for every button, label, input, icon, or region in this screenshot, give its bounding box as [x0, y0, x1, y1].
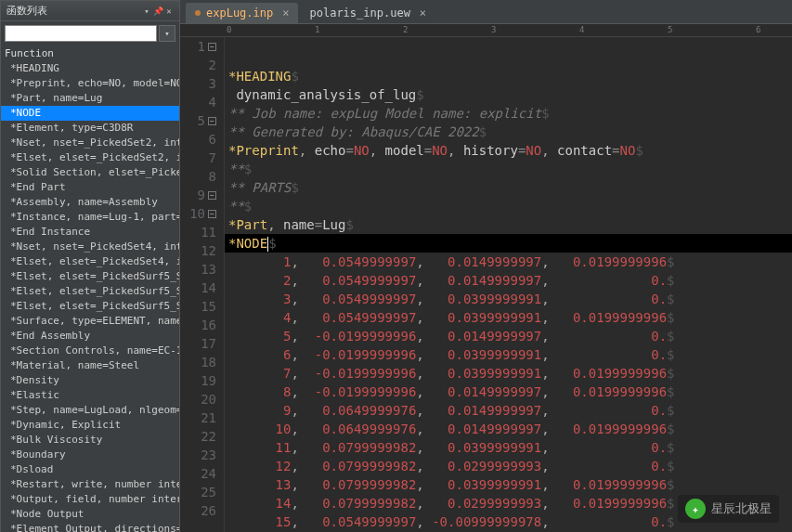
- code-line[interactable]: 12, 0.0799999982, 0.0299999993, 0.$: [225, 457, 792, 475]
- sidebar-title-bar: 函数列表 ▾ 📌 ✕: [1, 1, 179, 21]
- code-line[interactable]: 13, 0.0799999982, 0.0399999991, 0.019999…: [225, 475, 792, 494]
- function-list-item[interactable]: *End Instance: [1, 225, 179, 240]
- pin-icon[interactable]: 📌: [153, 6, 162, 16]
- function-list-item[interactable]: *Boundary: [1, 448, 179, 462]
- function-list-item[interactable]: *Preprint, echo=NO, model=NO, history=: [1, 76, 179, 91]
- close-icon[interactable]: ✕: [164, 6, 174, 16]
- function-list-item[interactable]: *Density: [1, 373, 179, 388]
- tab-bar: expLug.inp×polaris_inp.uew×: [180, 0, 792, 24]
- section-label: Function: [1, 45, 179, 61]
- function-list-item[interactable]: *Nset, nset=_PickedSet2, internal, gener…: [1, 136, 179, 150]
- ruler-mark: 5: [668, 25, 672, 34]
- gutter-line: 18: [180, 353, 216, 371]
- fold-icon[interactable]: −: [208, 210, 216, 218]
- function-list-item[interactable]: *HEADING: [1, 61, 179, 76]
- function-list-item[interactable]: *End Assembly: [1, 329, 179, 344]
- gutter-line: 24: [180, 464, 216, 483]
- function-list-item[interactable]: *Restart, write, number interval=1, time…: [1, 477, 179, 492]
- code-line[interactable]: *Part, name=Lug$: [225, 215, 792, 234]
- code-line[interactable]: 7, -0.0199999996, 0.0399999991, 0.019999…: [225, 364, 792, 383]
- function-list-item[interactable]: *Instance, name=Lug-1, part=Lug: [1, 210, 179, 225]
- gutter-line: 3: [180, 74, 216, 93]
- function-list-item[interactable]: *Surface, type=ELEMENT, name=_Picked: [1, 314, 179, 329]
- function-list-item[interactable]: *Elset, elset=_PickedSet2, internal, gen…: [1, 150, 179, 165]
- function-list-item[interactable]: *Solid Section, elset=_PickedSet2, contr…: [1, 165, 179, 180]
- code-line[interactable]: 3, 0.0549999997, 0.0399999991, 0.$: [225, 290, 792, 308]
- code-line[interactable]: 2, 0.0549999997, 0.0149999997, 0.$: [225, 271, 792, 290]
- gutter-line: 21: [180, 409, 216, 427]
- tab-label: expLug.inp: [206, 6, 273, 19]
- code-line[interactable]: 9, 0.0649999976, 0.0149999997, 0.$: [225, 401, 792, 420]
- fold-icon[interactable]: −: [208, 117, 216, 125]
- function-list-item[interactable]: *Bulk Viscosity: [1, 433, 179, 448]
- search-input[interactable]: [5, 25, 157, 42]
- gutter-line: 20: [180, 390, 216, 409]
- function-list-item[interactable]: *Node Output: [1, 507, 179, 522]
- code-line[interactable]: 8, -0.0199999996, 0.0149999997, 0.019999…: [225, 383, 792, 401]
- code-line[interactable]: 6, -0.0199999996, 0.0399999991, 0.$: [225, 345, 792, 364]
- function-list-item[interactable]: *Elset, elset=_PickedSurf5_S4, internal,…: [1, 284, 179, 299]
- ruler-mark: 4: [579, 25, 584, 34]
- function-list-item[interactable]: *Elset, elset=_PickedSet4, internal, ins…: [1, 254, 179, 269]
- gutter-line: 8: [180, 167, 216, 186]
- search-row: ▾: [1, 21, 179, 45]
- function-list-item[interactable]: *Dynamic, Explicit: [1, 418, 179, 433]
- code-editor[interactable]: 1−2345−6789−10−1112131415161718192021222…: [180, 37, 792, 532]
- editor-tab[interactable]: expLug.inp×: [186, 3, 298, 23]
- function-list-item[interactable]: *Elset, elset=_PickedSurf5_S2, internal,…: [1, 299, 179, 314]
- function-list-item[interactable]: *Dsload: [1, 462, 179, 477]
- code-line[interactable]: *NODE$: [225, 234, 792, 253]
- code-line[interactable]: ** Job name: expLug Model name: explicit…: [225, 104, 792, 123]
- gutter-line: 15: [180, 297, 216, 316]
- gutter-line: 10−: [180, 204, 216, 223]
- function-list-item[interactable]: *Nset, nset=_PickedSet4, internal, insta…: [1, 240, 179, 254]
- tab-label: polaris_inp.uew: [309, 6, 409, 19]
- function-list-item[interactable]: *Assembly, name=Assembly: [1, 195, 179, 210]
- function-list-item[interactable]: *Elset, elset=_PickedSurf5_S3, internal,…: [1, 269, 179, 284]
- code-line[interactable]: **$: [225, 197, 792, 215]
- gutter-line: 16: [180, 316, 216, 334]
- code-line[interactable]: 1, 0.0549999997, 0.0149999997, 0.0199999…: [225, 253, 792, 271]
- sidebar-title: 函数列表: [6, 4, 47, 18]
- function-list-item[interactable]: *Part, name=Lug: [1, 91, 179, 106]
- code-line[interactable]: ** PARTS$: [225, 178, 792, 197]
- function-list[interactable]: *HEADING*Preprint, echo=NO, model=NO, hi…: [1, 61, 179, 532]
- ruler-mark: 3: [491, 25, 496, 34]
- gutter-line: 1−: [180, 37, 216, 56]
- editor-area: expLug.inp×polaris_inp.uew× 0123456 1−23…: [180, 0, 792, 532]
- ruler-mark: 6: [756, 25, 760, 34]
- function-list-item[interactable]: *Section Controls, name=EC-1, hourglass: [1, 344, 179, 358]
- function-list-item[interactable]: *Element, type=C3D8R: [1, 121, 179, 136]
- code-line[interactable]: 11, 0.0799999982, 0.0399999991, 0.$: [225, 438, 792, 457]
- fold-icon[interactable]: −: [208, 191, 216, 200]
- gutter-line: 5−: [180, 111, 216, 130]
- line-number-gutter: 1−2345−6789−10−1112131415161718192021222…: [180, 37, 225, 532]
- sidebar-controls: ▾ 📌 ✕: [142, 6, 174, 16]
- code-line[interactable]: **$: [225, 160, 792, 178]
- code-line[interactable]: 5, -0.0199999996, 0.0149999997, 0.$: [225, 327, 792, 345]
- tab-close-icon[interactable]: ×: [420, 6, 426, 19]
- function-list-item[interactable]: *Output, field, number interval=125: [1, 492, 179, 507]
- code-line[interactable]: dynamic_analysis_of_lug$: [225, 85, 792, 104]
- watermark-text: 星辰北极星: [711, 500, 772, 517]
- function-list-item[interactable]: *Material, name=Steel: [1, 358, 179, 373]
- editor-tab[interactable]: polaris_inp.uew×: [300, 3, 435, 23]
- function-list-item[interactable]: *End Part: [1, 180, 179, 195]
- code-content[interactable]: *HEADING$ dynamic_analysis_of_lug$** Job…: [225, 37, 792, 532]
- watermark: ✦ 星辰北极星: [678, 495, 779, 523]
- dropdown-icon[interactable]: ▾: [142, 6, 151, 16]
- code-line[interactable]: *HEADING$: [225, 67, 792, 85]
- code-line[interactable]: 4, 0.0549999997, 0.0399999991, 0.0199999…: [225, 308, 792, 327]
- tab-close-icon[interactable]: ×: [282, 6, 289, 19]
- fold-icon[interactable]: −: [208, 43, 216, 51]
- code-line[interactable]: 10, 0.0649999976, 0.0149999997, 0.019999…: [225, 420, 792, 438]
- function-list-item[interactable]: *Elastic: [1, 388, 179, 403]
- function-list-item[interactable]: *Step, name=LugLoad, nlgeom=YES: [1, 403, 179, 418]
- code-line[interactable]: ** Generated by: Abaqus/CAE 2022$: [225, 123, 792, 141]
- code-line[interactable]: *Preprint, echo=NO, model=NO, history=NO…: [225, 141, 792, 160]
- function-list-item[interactable]: *NODE: [1, 106, 179, 121]
- search-dropdown-button[interactable]: ▾: [159, 25, 175, 42]
- ruler-mark: 1: [315, 25, 319, 34]
- function-list-item[interactable]: *Element Output, directions=YES: [1, 522, 179, 532]
- gutter-line: 7: [180, 149, 216, 167]
